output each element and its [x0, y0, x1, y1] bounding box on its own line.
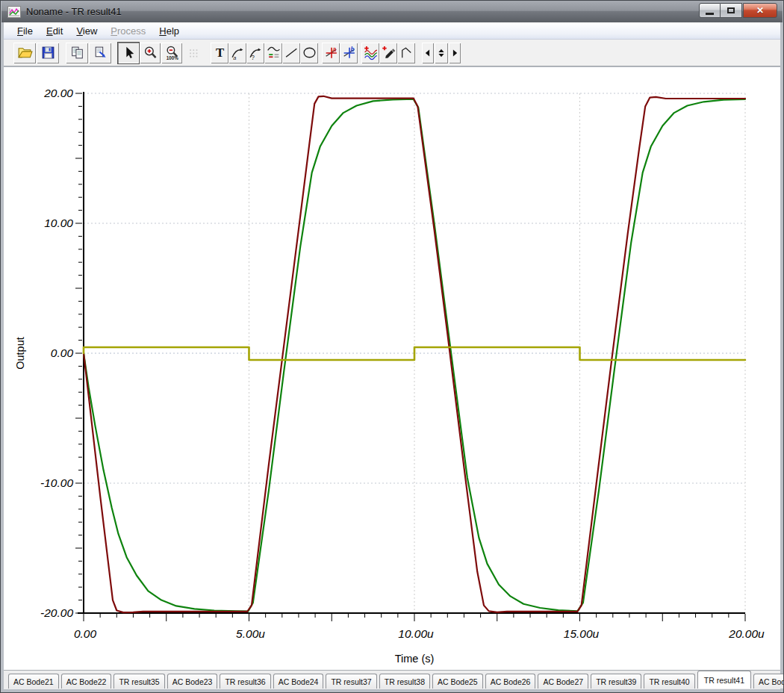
tab-tr-result37[interactable]: TR result37: [326, 674, 376, 689]
legend-button[interactable]: [264, 43, 282, 63]
svg-text:?: ?: [251, 54, 255, 60]
cursor-a-button[interactable]: a: [322, 43, 340, 63]
copy-button[interactable]: [66, 43, 88, 63]
text-tool-button[interactable]: T: [211, 43, 228, 63]
app-window: Noname - TR result41 ✕ FileEditViewProce…: [0, 0, 784, 693]
open-folder-icon: [17, 45, 33, 60]
arrow-right-icon: [449, 48, 460, 58]
add-pen-button[interactable]: [379, 43, 397, 63]
tab-ac-bode26[interactable]: AC Bode26: [485, 674, 536, 689]
curves-add-icon: [363, 45, 379, 60]
tab-ac-bode21[interactable]: AC Bode21: [8, 674, 59, 689]
maximize-icon: [727, 7, 735, 13]
x-tick-label: 10.00u: [398, 627, 434, 640]
titlebar: Noname - TR result41 ✕: [1, 1, 783, 22]
minimize-icon: [706, 13, 714, 15]
tab-ac-bode28[interactable]: AC Bode28: [753, 674, 784, 689]
close-icon: ✕: [756, 6, 764, 15]
tab-ac-bode25[interactable]: AC Bode25: [432, 674, 483, 689]
zoom-100-button[interactable]: 100%: [161, 43, 182, 63]
save-icon: [40, 45, 56, 60]
menu-item-edit[interactable]: Edit: [40, 24, 69, 38]
x-tick-label: 20.00u: [728, 627, 765, 640]
save-button[interactable]: [37, 43, 59, 63]
menu-item-file[interactable]: File: [10, 24, 40, 38]
x-tick-label: 5.00u: [236, 627, 265, 640]
y-tick-label: -10.00: [40, 476, 73, 489]
paste-icon: [93, 45, 108, 60]
client-area: 0.005.00u10.00u15.00u20.00u20.0010.000.0…: [4, 67, 780, 671]
legend-icon: [266, 45, 281, 60]
zoom-in-icon: [143, 45, 158, 60]
text-icon: T: [212, 45, 228, 60]
maximize-button[interactable]: [721, 3, 742, 18]
trace-cursor-1-button[interactable]: a: [228, 43, 246, 63]
grid-dots-icon: [186, 45, 202, 60]
tab-ac-bode23[interactable]: AC Bode23: [167, 674, 218, 689]
crosshair-a-icon: a: [323, 45, 339, 60]
window-title: Noname - TR result41: [26, 6, 122, 17]
ellipse-icon: [302, 45, 317, 60]
close-button[interactable]: ✕: [743, 3, 777, 18]
trace-curve-q-icon: ?: [248, 45, 264, 60]
y-tick-label: 10.00: [44, 217, 73, 229]
diagram-canvas[interactable]: 0.005.00u10.00u15.00u20.00u20.0010.000.0…: [4, 67, 782, 671]
result-tab-bar: AC Bode21AC Bode22TR result35AC Bode23TR…: [4, 670, 780, 689]
zoom-in-button[interactable]: [140, 43, 161, 63]
post-process-curves-button[interactable]: [361, 43, 379, 63]
line-icon: [284, 45, 299, 60]
grid-button: [183, 43, 204, 63]
toolbar: 100%Ta?ab: [4, 40, 780, 66]
pen-add-icon: [381, 45, 396, 60]
y-axis-title: Output: [14, 337, 26, 370]
svg-text:100%: 100%: [166, 55, 178, 60]
select-cursor-button[interactable]: [118, 43, 139, 63]
tab-tr-result41[interactable]: TR result41: [697, 671, 751, 689]
y-tick-label: -20.00: [40, 606, 73, 619]
x-axis-title: Time (s): [395, 653, 435, 665]
paste-button[interactable]: [89, 43, 111, 63]
crosshair-b-icon: b: [341, 45, 357, 60]
tab-tr-result38[interactable]: TR result38: [379, 674, 430, 689]
line-tool-button[interactable]: [282, 43, 300, 63]
tab-tr-result40[interactable]: TR result40: [644, 674, 694, 689]
cursor-b-button[interactable]: b: [340, 43, 358, 63]
tab-tr-result39[interactable]: TR result39: [591, 674, 641, 689]
tab-ac-bode27[interactable]: AC Bode27: [538, 674, 588, 689]
svg-text:T: T: [215, 46, 223, 60]
tab-ac-bode22[interactable]: AC Bode22: [61, 674, 112, 689]
cursor-icon: [121, 45, 137, 60]
y-tick-label: 20.00: [43, 87, 73, 99]
page-right-button[interactable]: [449, 43, 461, 63]
menu-item-process[interactable]: Process: [104, 24, 152, 38]
x-tick-label: 15.00u: [564, 627, 600, 640]
svg-text:a: a: [233, 55, 236, 60]
arrow-left-icon: [423, 48, 433, 58]
polyline-tool-button[interactable]: [397, 43, 415, 63]
tab-tr-result36[interactable]: TR result36: [220, 674, 270, 689]
zoom-100-icon: 100%: [164, 45, 180, 60]
minimize-button[interactable]: [699, 3, 721, 18]
menu-bar: FileEditViewProcessHelp: [4, 22, 780, 40]
svg-text:b: b: [350, 46, 354, 53]
svg-text:a: a: [332, 46, 336, 53]
copy-icon: [69, 45, 85, 60]
tab-ac-bode24[interactable]: AC Bode24: [273, 674, 324, 689]
page-left-button[interactable]: [422, 43, 434, 63]
trace-curve-a-icon: a: [230, 45, 246, 60]
trace-cursor-2-button[interactable]: ?: [246, 43, 264, 63]
menu-item-help[interactable]: Help: [152, 24, 186, 38]
curve-input-olive-squarewave: [84, 347, 745, 360]
y-tick-label: 0.00: [51, 346, 74, 359]
spinner-icon: [436, 48, 447, 58]
caption-buttons: ✕: [699, 3, 777, 18]
app-icon: [7, 6, 21, 18]
x-tick-label: 0.00: [74, 627, 97, 640]
polyline-icon: [399, 45, 414, 60]
page-spin-button[interactable]: [435, 43, 448, 63]
menu-item-view[interactable]: View: [69, 24, 104, 38]
tab-tr-result35[interactable]: TR result35: [113, 674, 164, 689]
open-button[interactable]: [13, 43, 36, 63]
ellipse-tool-button[interactable]: [300, 43, 318, 63]
